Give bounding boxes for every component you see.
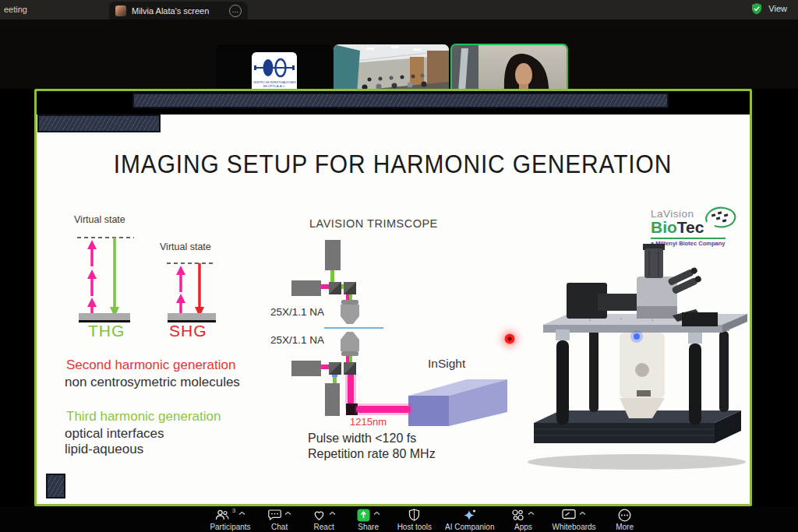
biotec-swirl-icon (702, 205, 738, 230)
tab-options-icon[interactable]: … (229, 5, 242, 17)
thg-virtual-state-label: Virtual state (74, 214, 125, 225)
more-ellipsis-icon (618, 509, 631, 522)
slide-decor-bar-left (37, 115, 161, 132)
shg-virtual-state-label: Virtual state (160, 241, 211, 252)
microscope-photo (520, 238, 754, 471)
svg-text:EN ÓPTICA, A.C.: EN ÓPTICA, A.C. (263, 84, 285, 88)
slide-decor-bar-top (132, 93, 669, 108)
pulse-width-label: Pulse width <120 fs (308, 432, 416, 446)
slide-decor-square (46, 474, 65, 499)
shared-screen: IMAGING SETUP FOR HARMONIC GENERATION Vi (34, 89, 752, 506)
ai-companion-sparkle-icon (463, 509, 477, 522)
trimscope-title: LAVISION TRIMSCOPE (309, 217, 438, 230)
slide-title: IMAGING SETUP FOR HARMONIC GENERATION (114, 149, 672, 179)
chevron-up-icon[interactable] (284, 511, 291, 516)
heart-icon (312, 509, 326, 521)
objective2-label: 25X/1.1 NA (270, 334, 324, 346)
chat-button[interactable]: Chat (264, 509, 295, 531)
chevron-up-icon[interactable] (238, 511, 245, 516)
chevron-up-icon[interactable] (579, 511, 586, 516)
insight-laser-label: InSight (428, 357, 465, 371)
share-screen-icon (357, 509, 370, 522)
video-strip: CENTRO DE INVESTIGACIONES EN ÓPTICA, A.C… (0, 19, 798, 89)
chevron-up-icon[interactable] (373, 511, 380, 516)
host-tools-shield-icon (408, 509, 420, 521)
ai-companion-button[interactable]: AI Companion (445, 509, 494, 531)
thg-label: THG (88, 322, 125, 340)
presentation-slide: IMAGING SETUP FOR HARMONIC GENERATION Vi (37, 115, 750, 504)
more-button[interactable]: More (609, 509, 641, 531)
thg-note-title: Third harmonic generation (66, 409, 221, 425)
whiteboards-button[interactable]: Whiteboards (552, 509, 595, 531)
shg-label: SHG (169, 322, 207, 340)
meeting-toolbar: 3 Participants Chat React (0, 506, 798, 532)
laser-pointer-dot (504, 333, 515, 344)
thg-note-sub1: optical interfaces (65, 426, 164, 442)
repetition-rate-label: Repetition rate 80 MHz (308, 447, 436, 461)
chevron-up-icon[interactable] (528, 511, 535, 516)
chevron-up-icon[interactable] (329, 511, 336, 516)
apps-button[interactable]: Apps (507, 509, 538, 531)
view-label: View (768, 4, 787, 13)
shg-note-title: Second harmonic generation (66, 358, 235, 373)
participant-avatar (115, 5, 126, 16)
chat-icon (268, 509, 281, 521)
window-tab-bar: eeting Milvia Alata's screen … View (0, 0, 798, 19)
tab-meeting-partial[interactable]: eeting (4, 5, 27, 14)
participants-icon (215, 509, 229, 521)
tab-title: Milvia Alata's screen (132, 6, 209, 16)
wavelength-label: 1215nm (350, 416, 387, 428)
share-button[interactable]: Share (353, 509, 384, 531)
view-menu-button[interactable]: View (750, 2, 787, 15)
host-tools-button[interactable]: Host tools (397, 509, 432, 531)
trimscope-diagram (286, 231, 520, 434)
objective1-label: 25X/1.1 NA (270, 306, 324, 318)
whiteboards-icon (562, 509, 576, 520)
shg-note-sub: non centrosymetric molecules (65, 375, 240, 390)
security-shield-icon (750, 2, 763, 15)
apps-icon (511, 509, 524, 521)
svg-text:CENTRO DE INVESTIGACIONES: CENTRO DE INVESTIGACIONES (252, 81, 296, 84)
tab-screen-share[interactable]: Milvia Alata's screen … (109, 2, 248, 19)
participants-count-badge: 3 (232, 507, 235, 514)
thg-note-sub2: lipid-aqueous (65, 442, 143, 457)
participants-button[interactable]: 3 Participants (210, 509, 250, 531)
react-button[interactable]: React (309, 509, 340, 531)
